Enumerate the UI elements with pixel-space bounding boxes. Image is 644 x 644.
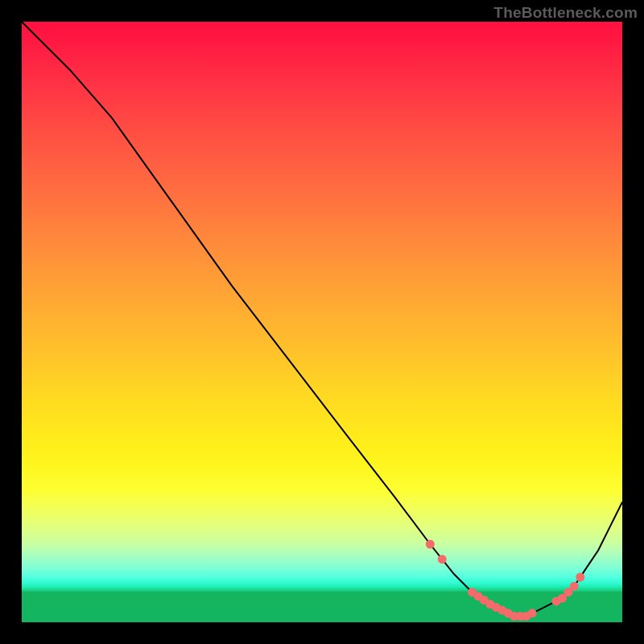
chart-frame: TheBottleneck.com <box>0 0 644 644</box>
highlight-point <box>570 582 579 591</box>
bottleneck-curve <box>22 22 622 617</box>
highlight-point <box>438 555 447 564</box>
highlight-point <box>426 540 435 549</box>
plot-area <box>22 22 622 622</box>
highlight-markers <box>426 540 585 621</box>
chart-svg <box>22 22 622 622</box>
watermark-text: TheBottleneck.com <box>493 4 638 22</box>
highlight-point <box>576 573 584 582</box>
highlight-point <box>528 609 537 617</box>
